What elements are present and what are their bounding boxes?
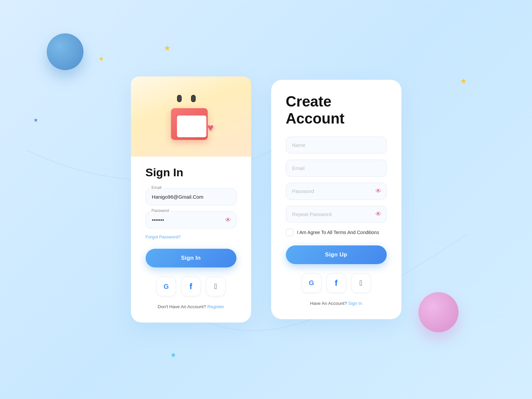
google-signup-button[interactable]: G [302, 273, 321, 293]
calendar-rings [177, 95, 196, 102]
facebook-signup-button[interactable]: f [327, 273, 346, 293]
password-label: Password [150, 208, 171, 213]
heart-icon: ♥ [207, 122, 214, 134]
signup-button[interactable]: Sign Up [286, 245, 387, 264]
eye-icon[interactable]: 👁 [225, 216, 231, 223]
have-account-text: Have An Account? [310, 301, 347, 306]
password-field-wrapper-signup: 👁 [286, 183, 387, 200]
calendar-ring-left [177, 95, 182, 102]
no-account-text: Don't Have An Account? [158, 304, 206, 309]
signin-title: Sign In [146, 166, 236, 179]
signin-prompt: Have An Account? Sign In [286, 301, 387, 306]
star-icon-4: ★ [460, 77, 467, 85]
star-icon-2: ★ [164, 43, 171, 53]
signin-button[interactable]: Sign In [146, 249, 236, 267]
apple-icon:  [214, 282, 217, 291]
google-icon: Google [164, 283, 169, 290]
email-label: Email [150, 185, 163, 190]
email-input-signup[interactable] [286, 160, 387, 177]
facebook-icon-signup: f [335, 278, 338, 288]
password-field-wrapper: Password 👁 [146, 211, 236, 228]
facebook-icon: f [190, 282, 192, 291]
eye-icon-repeat[interactable]: 👁 [375, 211, 381, 218]
repeat-password-wrapper: 👁 [286, 206, 387, 223]
signup-title: CreateAccount [286, 93, 387, 127]
star-icon-1: ★ [99, 55, 104, 62]
calendar-illustration: ♥ [131, 76, 251, 157]
email-field-wrapper-signup [286, 160, 387, 177]
eye-icon-password[interactable]: 👁 [375, 188, 381, 195]
password-input-signup[interactable] [286, 183, 387, 200]
email-input[interactable] [146, 188, 236, 205]
google-signin-button[interactable]: Google [157, 277, 176, 296]
decorative-pink-blob [418, 292, 459, 332]
register-link[interactable]: Register [207, 304, 224, 309]
signin-link[interactable]: Sign In [348, 301, 362, 306]
apple-signin-button[interactable]:  [206, 277, 225, 296]
terms-checkbox[interactable] [286, 229, 293, 236]
name-input[interactable] [286, 137, 387, 154]
apple-signup-button[interactable]:  [351, 273, 371, 293]
signup-title-text: CreateAccount [286, 93, 345, 127]
apple-icon-signup:  [359, 279, 362, 287]
facebook-signin-button[interactable]: f [181, 277, 201, 296]
password-input[interactable] [146, 211, 236, 228]
signup-card: CreateAccount 👁 👁 I Am Agree To All Term… [271, 80, 401, 319]
calendar-ring-right [191, 95, 196, 102]
forgot-password-link[interactable]: Forgot Password? [146, 234, 236, 239]
repeat-password-input[interactable] [286, 206, 387, 223]
terms-row: I Am Agree To All Terms And Conditions [286, 229, 387, 236]
calendar-page [177, 116, 206, 137]
calendar-body [171, 108, 208, 140]
social-buttons-signup: G f  [286, 273, 387, 293]
name-field-wrapper [286, 137, 387, 154]
google-icon-signup: G [309, 279, 314, 287]
star-icon-5: ★ [170, 351, 176, 359]
signin-card: ♥ Sign In Email Password 👁 Forgot Passwo… [131, 76, 251, 323]
register-prompt: Don't Have An Account? Register [146, 304, 236, 309]
calendar-icon: ♥ [168, 93, 214, 140]
email-field-wrapper: Email [146, 188, 236, 205]
star-icon-3: ★ [33, 117, 38, 123]
decorative-blue-blob [47, 33, 83, 70]
terms-label: I Am Agree To All Terms And Conditions [297, 230, 379, 235]
social-buttons-signin: Google f  [146, 277, 236, 296]
